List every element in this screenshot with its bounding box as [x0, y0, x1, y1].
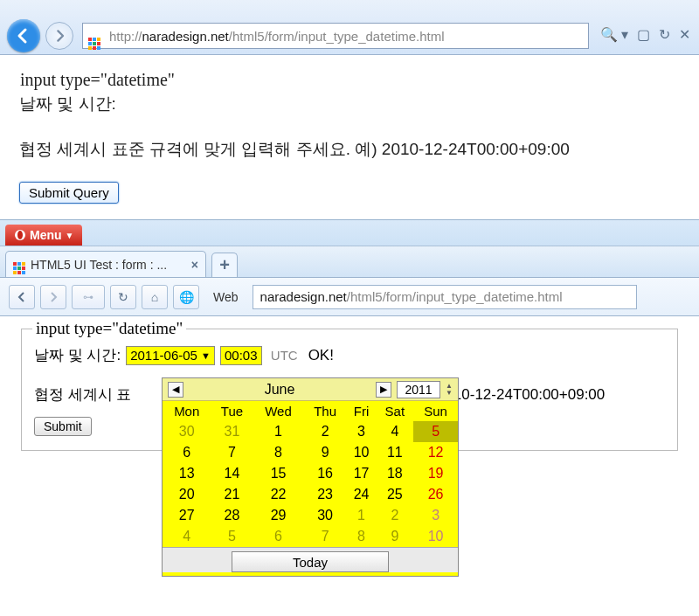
calendar-day[interactable]: 5 — [211, 526, 253, 547]
address-bar[interactable]: http://naradesign.net/html5/form/input_t… — [82, 23, 589, 49]
calendar-day[interactable]: 26 — [413, 484, 458, 505]
home-button[interactable]: ⌂ — [142, 285, 168, 309]
chevron-down-icon: ▼ — [66, 231, 74, 240]
calendar-day[interactable]: 8 — [253, 442, 303, 463]
url-host: naradesign.net — [142, 29, 229, 44]
calendar-day[interactable]: 17 — [347, 463, 377, 484]
tab-title: HTML5 UI Test : form : ... — [31, 258, 167, 272]
calendar-day[interactable]: 4 — [163, 526, 211, 547]
refresh-icon[interactable]: ↻ — [659, 26, 670, 43]
triangle-left-icon: ◀ — [172, 384, 179, 395]
ie-right-controls: 🔍 ▾ ▢ ↻ ✕ — [600, 26, 690, 43]
calendar-dow: Mon — [163, 401, 211, 421]
back-button[interactable] — [9, 285, 35, 309]
calendar-day[interactable]: 25 — [376, 484, 413, 505]
submit-button[interactable]: Submit — [34, 417, 92, 436]
time-input[interactable]: 00:03 — [220, 346, 262, 365]
opera-chrome: Menu ▼ HTML5 UI Test : form : ... × + ⊶ … — [0, 219, 699, 316]
calendar-day[interactable]: 3 — [413, 505, 458, 526]
calendar-day[interactable]: 21 — [211, 484, 253, 505]
calendar-day[interactable]: 9 — [376, 526, 413, 547]
next-month-button[interactable]: ▶ — [376, 382, 391, 398]
calendar-day[interactable]: 15 — [253, 463, 303, 484]
calendar-day[interactable]: 24 — [347, 484, 377, 505]
time-value: 00:03 — [225, 348, 258, 363]
calendar-day[interactable]: 23 — [304, 484, 347, 505]
calendar-day[interactable]: 10 — [413, 526, 458, 547]
calendar-dow: Sun — [413, 401, 458, 421]
year-spinner[interactable]: ▲▼ — [446, 383, 453, 397]
rewind-button[interactable]: ⊶ — [72, 285, 105, 309]
back-button[interactable] — [7, 19, 40, 52]
calendar-day[interactable]: 5 — [413, 421, 458, 442]
instruction-text: 협정 세계시 표준 규격에 맞게 입력해 주세요. 예) 2010-12-24T… — [19, 138, 680, 161]
year-input[interactable] — [397, 381, 440, 398]
date-input[interactable]: 2011-06-05 ▼ — [126, 346, 215, 365]
url-prefix: http:// — [109, 29, 142, 44]
calendar-grid: MonTueWedThuFriSatSun 303112345678910111… — [163, 401, 458, 547]
calendar-day[interactable]: 30 — [163, 421, 211, 442]
spin-down-icon[interactable]: ▼ — [446, 390, 453, 397]
opera-menu-button[interactable]: Menu ▼ — [5, 225, 82, 246]
calendar-dow: Tue — [211, 401, 253, 421]
utc-label: UTC — [271, 348, 298, 363]
svg-point-1 — [17, 231, 23, 239]
submit-button[interactable]: Submit Query — [19, 182, 119, 204]
calendar-day[interactable]: 11 — [376, 442, 413, 463]
calendar-day[interactable]: 27 — [163, 505, 211, 526]
calendar-day[interactable]: 18 — [376, 463, 413, 484]
stop-icon[interactable]: ✕ — [679, 26, 690, 43]
calendar-day[interactable]: 30 — [304, 505, 347, 526]
calendar-dow: Wed — [253, 401, 303, 421]
arrow-right-icon — [52, 29, 66, 43]
opera-page-content: input type="datetime" 날짜 및 시간: 2011-06-0… — [0, 316, 699, 468]
calendar-day[interactable]: 19 — [413, 463, 458, 484]
calendar-day[interactable]: 2 — [376, 505, 413, 526]
tab-close-icon[interactable]: × — [191, 258, 198, 272]
tab-favicon-icon — [13, 254, 25, 274]
calendar-day[interactable]: 6 — [253, 526, 303, 547]
calendar-day[interactable]: 22 — [253, 484, 303, 505]
calendar-day[interactable]: 20 — [163, 484, 211, 505]
fieldset-legend: input type="datetime" — [32, 319, 186, 338]
calendar-day[interactable]: 6 — [163, 442, 211, 463]
today-button[interactable]: Today — [232, 551, 389, 572]
calendar-day[interactable]: 28 — [211, 505, 253, 526]
compat-icon[interactable]: ▢ — [637, 26, 650, 43]
chevron-down-icon[interactable]: ▼ — [201, 350, 211, 361]
forward-button[interactable] — [40, 285, 66, 309]
new-tab-button[interactable]: + — [211, 253, 238, 277]
calendar-month: June — [189, 382, 370, 398]
calendar-day[interactable]: 8 — [347, 526, 377, 547]
address-bar[interactable]: naradesign.net/html5/form/input_type_dat… — [253, 285, 637, 309]
calendar-day[interactable]: 12 — [413, 442, 458, 463]
tab-active[interactable]: HTML5 UI Test : form : ... × — [5, 251, 206, 277]
search-icon[interactable]: 🔍 ▾ — [600, 26, 628, 43]
calendar-day[interactable]: 16 — [304, 463, 347, 484]
prev-month-button[interactable]: ◀ — [168, 382, 183, 398]
forward-button[interactable] — [45, 22, 73, 50]
reload-button[interactable]: ↻ — [110, 285, 136, 309]
calendar-day[interactable]: 10 — [347, 442, 377, 463]
calendar-day[interactable]: 7 — [304, 526, 347, 547]
calendar-day[interactable]: 1 — [253, 421, 303, 442]
calendar-day[interactable]: 7 — [211, 442, 253, 463]
instruction-prefix: 협정 세계시 표 — [34, 386, 131, 403]
calendar-day[interactable]: 4 — [376, 421, 413, 442]
validation-ok: OK! — [308, 347, 334, 364]
calendar-day[interactable]: 13 — [163, 463, 211, 484]
calendar-day[interactable]: 29 — [253, 505, 303, 526]
datetime-label: 날짜 및 시간: — [19, 93, 680, 115]
site-favicon-icon — [88, 29, 102, 43]
calendar-day[interactable]: 9 — [304, 442, 347, 463]
globe-button[interactable]: 🌐 — [173, 285, 199, 309]
ie-toolbar: http://naradesign.net/html5/form/input_t… — [0, 0, 699, 55]
calendar-day[interactable]: 1 — [347, 505, 377, 526]
calendar-day[interactable]: 2 — [304, 421, 347, 442]
calendar-day[interactable]: 31 — [211, 421, 253, 442]
globe-icon: 🌐 — [179, 290, 194, 304]
calendar-day[interactable]: 14 — [211, 463, 253, 484]
search-engine-label[interactable]: Web — [204, 290, 247, 304]
url-host: naradesign.net — [260, 289, 347, 304]
calendar-day[interactable]: 3 — [347, 421, 377, 442]
